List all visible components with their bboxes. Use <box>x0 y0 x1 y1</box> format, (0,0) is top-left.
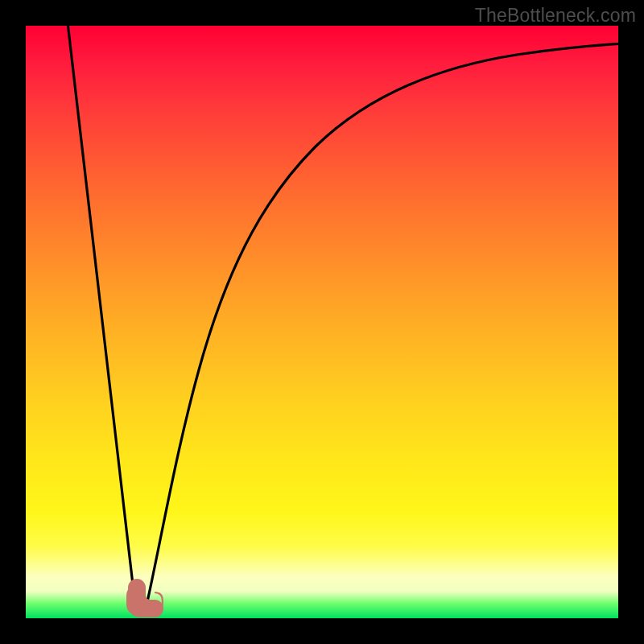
watermark-text: TheBottleneck.com <box>475 5 636 27</box>
chart-frame: TheBottleneck.com <box>0 0 644 644</box>
right-branch-line <box>147 43 623 605</box>
chart-lines <box>26 26 618 618</box>
minimum-marker-fill <box>129 580 163 617</box>
left-branch-line <box>68 23 135 605</box>
plot-area <box>26 26 618 618</box>
